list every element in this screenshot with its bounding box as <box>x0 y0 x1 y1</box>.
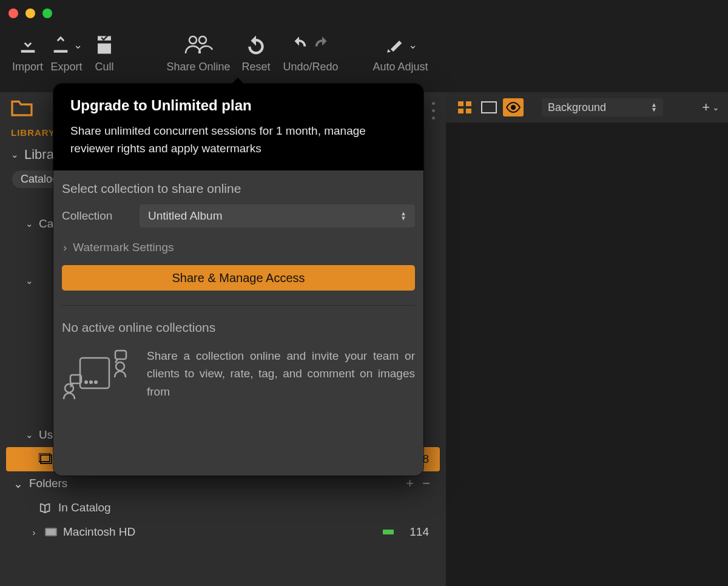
caret-right-icon: › <box>63 241 67 254</box>
chevron-down-icon: ⌄ <box>712 103 720 112</box>
svg-point-13 <box>511 106 515 109</box>
share-online-icon <box>183 33 214 57</box>
cull-icon <box>95 33 113 57</box>
viewer-add-button[interactable]: + ⌄ <box>702 99 720 115</box>
folder-icon[interactable] <box>10 98 34 117</box>
undo-redo-icon <box>290 33 331 57</box>
svg-point-2 <box>189 36 197 44</box>
fullscreen-window-button[interactable] <box>42 8 52 18</box>
import-icon <box>18 33 38 57</box>
drive-icon <box>44 526 58 538</box>
panel-resize-handle[interactable] <box>432 102 435 120</box>
svg-rect-12 <box>482 102 496 113</box>
svg-point-17 <box>95 381 97 383</box>
caret-down-icon: ⌄ <box>10 149 19 160</box>
caret-down-icon: ⌄ <box>24 218 34 229</box>
export-label: Export <box>51 61 83 73</box>
export-button[interactable]: ⌄ Export <box>47 33 86 73</box>
undo-redo-label: Undo/Redo <box>283 61 338 73</box>
album-icon <box>39 453 53 465</box>
undo-redo-button[interactable]: Undo/Redo <box>274 33 347 73</box>
grid-view-button[interactable] <box>454 98 475 116</box>
reset-label: Reset <box>242 61 271 73</box>
book-icon <box>39 502 53 514</box>
svg-rect-11 <box>466 109 471 113</box>
import-button[interactable]: Import <box>8 33 47 73</box>
auto-adjust-icon: ⌄ <box>384 33 417 57</box>
collection-label: Collection <box>62 209 129 223</box>
svg-rect-21 <box>115 351 126 359</box>
collection-select[interactable]: Untitled Album ▲▼ <box>140 204 415 227</box>
svg-rect-14 <box>80 358 109 388</box>
upgrade-banner-body: Share unlimited concurrent sessions for … <box>70 123 406 157</box>
svg-rect-9 <box>466 101 471 106</box>
svg-point-16 <box>90 381 92 383</box>
caret-right-icon: › <box>29 527 39 537</box>
select-collection-heading: Select collection to share online <box>62 181 415 196</box>
macintosh-hd-item[interactable]: › Macintosh HD 114 <box>6 520 440 544</box>
upgrade-banner[interactable]: Upgrade to Unlimited plan Share unlimite… <box>53 84 423 170</box>
share-online-label: Share Online <box>166 61 230 73</box>
chevron-down-icon: ⌄ <box>408 38 417 52</box>
chevron-down-icon: ⌄ <box>73 38 83 52</box>
auto-adjust-button[interactable]: ⌄ Auto Adjust <box>364 33 437 73</box>
remove-folder-button[interactable]: − <box>422 476 430 491</box>
svg-point-3 <box>199 36 206 44</box>
disk-usage-indicator <box>383 530 394 534</box>
no-active-collections-label: No active online collections <box>62 320 415 335</box>
viewer-toolbar: Background ▲▼ + ⌄ <box>446 92 728 123</box>
svg-rect-7 <box>46 529 56 535</box>
close-window-button[interactable] <box>8 8 18 18</box>
preview-toggle-button[interactable] <box>503 98 524 116</box>
viewer-panel: Background ▲▼ + ⌄ <box>446 92 728 586</box>
single-view-button[interactable] <box>479 98 499 116</box>
divider <box>62 305 415 306</box>
cull-label: Cull <box>95 61 114 73</box>
watermark-settings-toggle[interactable]: › Watermark Settings <box>62 236 415 265</box>
export-icon: ⌄ <box>50 33 83 57</box>
reset-icon <box>246 33 266 57</box>
stepper-icon: ▲▼ <box>400 211 406 221</box>
cull-button[interactable]: Cull <box>86 33 123 73</box>
main-toolbar: Import ⌄ Export Cull Share Online Reset <box>0 33 728 87</box>
share-description-text: Share a collection online and invite you… <box>147 347 415 400</box>
svg-point-20 <box>116 362 124 371</box>
caret-down-icon: ⌄ <box>24 429 34 440</box>
plus-icon: + <box>702 99 710 115</box>
import-label: Import <box>12 61 43 73</box>
in-catalog-item[interactable]: In Catalog <box>6 496 440 520</box>
window-controls <box>8 8 52 18</box>
auto-adjust-label: Auto Adjust <box>372 61 428 73</box>
share-manage-access-button[interactable]: Share & Manage Access <box>62 265 415 291</box>
caret-down-icon: ⌄ <box>24 275 34 286</box>
stepper-icon: ▲▼ <box>651 103 657 112</box>
svg-rect-10 <box>458 109 463 113</box>
share-online-button[interactable]: Share Online <box>159 33 238 73</box>
share-online-popover: Upgrade to Unlimited plan Share unlimite… <box>53 84 423 476</box>
svg-point-15 <box>85 381 87 383</box>
minimize-window-button[interactable] <box>25 8 35 18</box>
popover-arrow <box>231 78 245 85</box>
share-illustration-icon <box>62 347 135 402</box>
viewer-selector[interactable]: Background ▲▼ <box>542 98 663 116</box>
svg-rect-1 <box>98 44 111 54</box>
reset-button[interactable]: Reset <box>238 33 274 73</box>
svg-rect-8 <box>458 101 463 106</box>
upgrade-banner-title: Upgrade to Unlimited plan <box>70 97 406 114</box>
add-folder-button[interactable]: + <box>406 476 414 491</box>
caret-down-icon: ⌄ <box>13 477 23 491</box>
